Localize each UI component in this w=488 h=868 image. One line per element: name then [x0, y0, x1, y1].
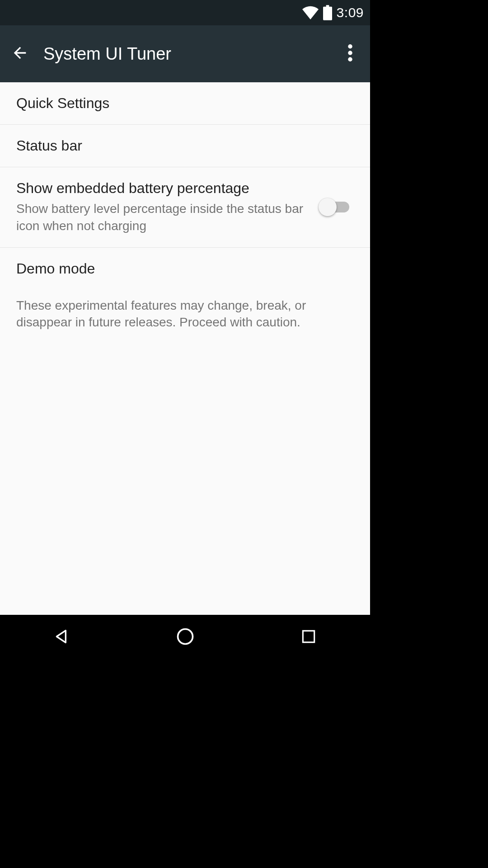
footer-note: These experimental features may change, …: [0, 290, 370, 344]
battery-icon: [323, 5, 332, 20]
nav-back-button[interactable]: [35, 623, 89, 650]
footer-text: These experimental features may change, …: [16, 297, 354, 331]
row-title: Show embedded battery percentage: [16, 180, 310, 197]
nav-recents-button[interactable]: [282, 623, 336, 650]
wifi-icon: [302, 6, 319, 19]
triangle-back-icon: [53, 627, 71, 646]
battery-percentage-toggle[interactable]: [321, 198, 354, 216]
svg-point-3: [178, 629, 192, 644]
row-battery-percentage[interactable]: Show embedded battery percentage Show ba…: [0, 167, 370, 248]
square-recents-icon: [300, 628, 317, 645]
arrow-back-icon: [11, 44, 29, 64]
navigation-bar: [0, 615, 370, 658]
row-quick-settings[interactable]: Quick Settings: [0, 82, 370, 125]
overflow-menu-button[interactable]: [339, 43, 361, 65]
svg-point-1: [348, 51, 352, 55]
svg-point-0: [348, 44, 352, 49]
svg-point-2: [348, 57, 352, 62]
nav-home-button[interactable]: [158, 623, 212, 650]
screen: 3:09 System UI Tuner Quick Settings Stat…: [0, 0, 370, 658]
more-vert-icon: [348, 44, 352, 63]
switch-thumb: [319, 198, 337, 216]
app-bar-title: System UI Tuner: [43, 44, 339, 64]
row-title: Status bar: [16, 137, 354, 154]
svg-rect-4: [303, 631, 314, 642]
row-title: Quick Settings: [16, 95, 354, 112]
row-status-bar[interactable]: Status bar: [0, 125, 370, 167]
settings-list[interactable]: Quick Settings Status bar Show embedded …: [0, 82, 370, 615]
row-demo-mode[interactable]: Demo mode: [0, 248, 370, 290]
row-title: Demo mode: [16, 260, 354, 277]
row-subtitle: Show battery level percentage inside the…: [16, 200, 310, 235]
system-status-bar: 3:09: [0, 0, 370, 25]
back-button[interactable]: [9, 43, 31, 65]
circle-home-icon: [175, 627, 195, 646]
clock-text: 3:09: [337, 5, 364, 20]
app-bar: System UI Tuner: [0, 25, 370, 82]
